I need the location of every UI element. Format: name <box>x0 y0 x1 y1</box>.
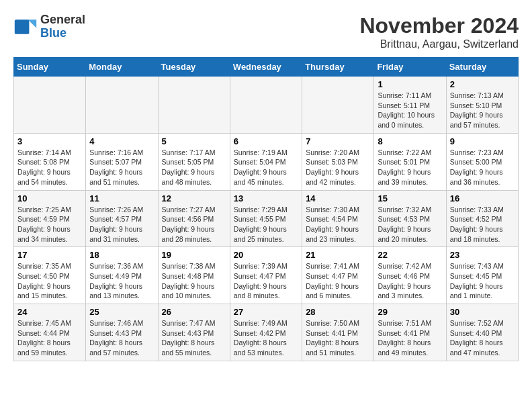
logo-icon <box>13 15 38 39</box>
day-info: Sunrise: 7:35 AM Sunset: 4:50 PM Dayligh… <box>17 261 82 301</box>
day-number: 8 <box>378 136 442 146</box>
day-number: 14 <box>306 193 370 203</box>
calendar-cell: 15Sunrise: 7:32 AM Sunset: 4:53 PM Dayli… <box>374 190 446 247</box>
calendar-cell: 13Sunrise: 7:29 AM Sunset: 4:55 PM Dayli… <box>230 190 302 247</box>
calendar-cell: 6Sunrise: 7:19 AM Sunset: 5:04 PM Daylig… <box>230 133 302 190</box>
calendar-cell: 18Sunrise: 7:36 AM Sunset: 4:49 PM Dayli… <box>86 247 158 304</box>
day-info: Sunrise: 7:32 AM Sunset: 4:53 PM Dayligh… <box>378 205 442 244</box>
svg-marker-1 <box>28 19 37 28</box>
calendar-week-4: 24Sunrise: 7:45 AM Sunset: 4:44 PM Dayli… <box>14 304 519 361</box>
day-number: 29 <box>378 307 442 317</box>
logo: General Blue <box>13 13 85 40</box>
day-number: 7 <box>306 136 370 146</box>
day-number: 2 <box>450 79 515 89</box>
calendar-header-monday: Monday <box>86 58 158 77</box>
calendar-table: SundayMondayTuesdayWednesdayThursdayFrid… <box>13 57 519 361</box>
calendar-cell: 5Sunrise: 7:17 AM Sunset: 5:05 PM Daylig… <box>158 133 230 190</box>
day-info: Sunrise: 7:49 AM Sunset: 4:42 PM Dayligh… <box>234 318 298 358</box>
calendar-cell: 12Sunrise: 7:27 AM Sunset: 4:56 PM Dayli… <box>158 190 230 247</box>
day-info: Sunrise: 7:20 AM Sunset: 5:03 PM Dayligh… <box>306 148 370 187</box>
calendar-header-thursday: Thursday <box>302 58 374 77</box>
day-info: Sunrise: 7:38 AM Sunset: 4:48 PM Dayligh… <box>162 261 226 301</box>
calendar-header-friday: Friday <box>374 58 446 77</box>
calendar-cell: 27Sunrise: 7:49 AM Sunset: 4:42 PM Dayli… <box>230 304 302 361</box>
calendar-cell <box>14 77 86 134</box>
day-info: Sunrise: 7:17 AM Sunset: 5:05 PM Dayligh… <box>162 148 226 187</box>
day-number: 18 <box>89 250 154 260</box>
day-info: Sunrise: 7:43 AM Sunset: 4:45 PM Dayligh… <box>450 261 515 301</box>
day-number: 28 <box>306 307 370 317</box>
day-number: 11 <box>89 193 154 203</box>
calendar-cell: 8Sunrise: 7:22 AM Sunset: 5:01 PM Daylig… <box>374 133 446 190</box>
day-number: 13 <box>234 193 298 203</box>
day-info: Sunrise: 7:13 AM Sunset: 5:10 PM Dayligh… <box>450 91 515 130</box>
header: General Blue November 2024 Brittnau, Aar… <box>13 13 519 50</box>
calendar-week-3: 17Sunrise: 7:35 AM Sunset: 4:50 PM Dayli… <box>14 247 519 304</box>
day-info: Sunrise: 7:47 AM Sunset: 4:43 PM Dayligh… <box>162 318 226 358</box>
day-info: Sunrise: 7:30 AM Sunset: 4:54 PM Dayligh… <box>306 205 370 244</box>
day-number: 1 <box>378 79 442 89</box>
calendar-cell: 7Sunrise: 7:20 AM Sunset: 5:03 PM Daylig… <box>302 133 374 190</box>
calendar-cell: 19Sunrise: 7:38 AM Sunset: 4:48 PM Dayli… <box>158 247 230 304</box>
day-number: 4 <box>89 136 154 146</box>
calendar-cell: 14Sunrise: 7:30 AM Sunset: 4:54 PM Dayli… <box>302 190 374 247</box>
calendar-cell <box>158 77 230 134</box>
calendar-cell: 25Sunrise: 7:46 AM Sunset: 4:43 PM Dayli… <box>86 304 158 361</box>
calendar-cell: 24Sunrise: 7:45 AM Sunset: 4:44 PM Dayli… <box>14 304 86 361</box>
calendar-header-tuesday: Tuesday <box>158 58 230 77</box>
month-title: November 2024 <box>359 13 519 38</box>
day-number: 27 <box>234 307 298 317</box>
day-info: Sunrise: 7:16 AM Sunset: 5:07 PM Dayligh… <box>89 148 154 187</box>
svg-rect-0 <box>15 19 30 34</box>
day-info: Sunrise: 7:25 AM Sunset: 4:59 PM Dayligh… <box>17 205 82 244</box>
location-subtitle: Brittnau, Aargau, Switzerland <box>359 38 519 50</box>
calendar-cell: 10Sunrise: 7:25 AM Sunset: 4:59 PM Dayli… <box>14 190 86 247</box>
day-info: Sunrise: 7:46 AM Sunset: 4:43 PM Dayligh… <box>89 318 154 358</box>
calendar-week-1: 3Sunrise: 7:14 AM Sunset: 5:08 PM Daylig… <box>14 133 519 190</box>
day-info: Sunrise: 7:23 AM Sunset: 5:00 PM Dayligh… <box>450 148 515 187</box>
day-number: 10 <box>17 193 82 203</box>
day-number: 6 <box>234 136 298 146</box>
day-number: 20 <box>234 250 298 260</box>
calendar-cell <box>230 77 302 134</box>
logo-text: General Blue <box>40 13 85 40</box>
day-number: 17 <box>17 250 82 260</box>
calendar-cell: 16Sunrise: 7:33 AM Sunset: 4:52 PM Dayli… <box>446 190 518 247</box>
calendar-cell: 3Sunrise: 7:14 AM Sunset: 5:08 PM Daylig… <box>14 133 86 190</box>
calendar-week-0: 1Sunrise: 7:11 AM Sunset: 5:11 PM Daylig… <box>14 77 519 134</box>
day-info: Sunrise: 7:14 AM Sunset: 5:08 PM Dayligh… <box>17 148 82 187</box>
calendar-body: 1Sunrise: 7:11 AM Sunset: 5:11 PM Daylig… <box>14 77 519 361</box>
day-number: 21 <box>306 250 370 260</box>
calendar-cell: 1Sunrise: 7:11 AM Sunset: 5:11 PM Daylig… <box>374 77 446 134</box>
day-info: Sunrise: 7:19 AM Sunset: 5:04 PM Dayligh… <box>234 148 298 187</box>
day-info: Sunrise: 7:11 AM Sunset: 5:11 PM Dayligh… <box>378 91 442 130</box>
day-number: 5 <box>162 136 226 146</box>
day-info: Sunrise: 7:41 AM Sunset: 4:47 PM Dayligh… <box>306 261 370 301</box>
day-number: 22 <box>378 250 442 260</box>
calendar-cell: 28Sunrise: 7:50 AM Sunset: 4:41 PM Dayli… <box>302 304 374 361</box>
day-number: 25 <box>89 307 154 317</box>
calendar-header-sunday: Sunday <box>14 58 86 77</box>
day-number: 16 <box>450 193 515 203</box>
day-number: 19 <box>162 250 226 260</box>
calendar-cell: 20Sunrise: 7:39 AM Sunset: 4:47 PM Dayli… <box>230 247 302 304</box>
title-block: November 2024 Brittnau, Aargau, Switzerl… <box>359 13 519 50</box>
day-info: Sunrise: 7:52 AM Sunset: 4:40 PM Dayligh… <box>450 318 515 358</box>
day-info: Sunrise: 7:29 AM Sunset: 4:55 PM Dayligh… <box>234 205 298 244</box>
day-number: 9 <box>450 136 515 146</box>
day-info: Sunrise: 7:51 AM Sunset: 4:41 PM Dayligh… <box>378 318 442 358</box>
day-info: Sunrise: 7:22 AM Sunset: 5:01 PM Dayligh… <box>378 148 442 187</box>
calendar-cell: 23Sunrise: 7:43 AM Sunset: 4:45 PM Dayli… <box>446 247 518 304</box>
calendar-header-saturday: Saturday <box>446 58 518 77</box>
calendar-cell: 22Sunrise: 7:42 AM Sunset: 4:46 PM Dayli… <box>374 247 446 304</box>
calendar-cell: 17Sunrise: 7:35 AM Sunset: 4:50 PM Dayli… <box>14 247 86 304</box>
calendar-cell: 11Sunrise: 7:26 AM Sunset: 4:57 PM Dayli… <box>86 190 158 247</box>
day-number: 3 <box>17 136 82 146</box>
day-number: 24 <box>17 307 82 317</box>
day-number: 30 <box>450 307 515 317</box>
calendar-cell: 29Sunrise: 7:51 AM Sunset: 4:41 PM Dayli… <box>374 304 446 361</box>
day-info: Sunrise: 7:50 AM Sunset: 4:41 PM Dayligh… <box>306 318 370 358</box>
day-info: Sunrise: 7:42 AM Sunset: 4:46 PM Dayligh… <box>378 261 442 301</box>
day-info: Sunrise: 7:33 AM Sunset: 4:52 PM Dayligh… <box>450 205 515 244</box>
day-number: 12 <box>162 193 226 203</box>
